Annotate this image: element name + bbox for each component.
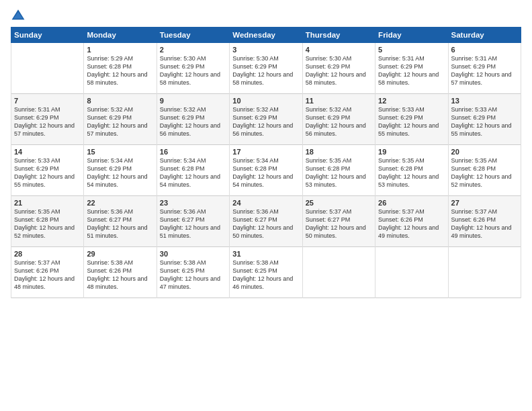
calendar-cell: 4Sunrise: 5:30 AMSunset: 6:29 PMDaylight… [302, 43, 375, 94]
calendar-cell: 13Sunrise: 5:33 AMSunset: 6:29 PMDayligh… [448, 94, 521, 145]
day-number: 18 [306, 148, 372, 156]
calendar-cell: 1Sunrise: 5:29 AMSunset: 6:28 PMDaylight… [84, 43, 157, 94]
calendar-cell: 31Sunrise: 5:38 AMSunset: 6:25 PMDayligh… [230, 247, 302, 298]
day-number: 15 [87, 148, 153, 156]
page: SundayMondayTuesdayWednesdayThursdayFrid… [0, 0, 532, 411]
cell-info: Sunrise: 5:31 AMSunset: 6:29 PMDaylight:… [451, 54, 518, 87]
day-number: 16 [160, 148, 226, 156]
day-number: 11 [306, 97, 372, 105]
day-number: 4 [306, 46, 372, 54]
cell-info: Sunrise: 5:36 AMSunset: 6:27 PMDaylight:… [160, 208, 226, 240]
day-number: 30 [160, 250, 226, 258]
calendar-cell: 8Sunrise: 5:32 AMSunset: 6:29 PMDaylight… [84, 94, 157, 145]
day-number: 22 [87, 199, 153, 207]
header-day-sunday: Sunday [11, 28, 84, 43]
cell-info: Sunrise: 5:36 AMSunset: 6:27 PMDaylight:… [232, 208, 299, 240]
day-number: 14 [14, 148, 81, 156]
calendar-cell: 23Sunrise: 5:36 AMSunset: 6:27 PMDayligh… [157, 196, 229, 247]
day-number: 19 [378, 148, 445, 156]
calendar-week-1: 1Sunrise: 5:29 AMSunset: 6:28 PMDaylight… [11, 43, 521, 94]
calendar-cell: 12Sunrise: 5:33 AMSunset: 6:29 PMDayligh… [375, 94, 448, 145]
calendar-cell: 22Sunrise: 5:36 AMSunset: 6:27 PMDayligh… [84, 196, 157, 247]
calendar-cell: 15Sunrise: 5:34 AMSunset: 6:29 PMDayligh… [84, 145, 157, 196]
cell-info: Sunrise: 5:38 AMSunset: 6:25 PMDaylight:… [232, 259, 299, 291]
calendar-cell [11, 43, 84, 94]
cell-info: Sunrise: 5:31 AMSunset: 6:29 PMDaylight:… [14, 105, 81, 138]
day-number: 24 [232, 199, 299, 207]
cell-info: Sunrise: 5:30 AMSunset: 6:29 PMDaylight:… [306, 54, 372, 87]
cell-info: Sunrise: 5:29 AMSunset: 6:28 PMDaylight:… [87, 54, 153, 87]
day-number: 20 [451, 148, 518, 156]
calendar-cell: 25Sunrise: 5:37 AMSunset: 6:27 PMDayligh… [302, 196, 375, 247]
header-day-thursday: Thursday [302, 28, 375, 43]
calendar-week-5: 28Sunrise: 5:37 AMSunset: 6:26 PMDayligh… [11, 247, 521, 298]
cell-info: Sunrise: 5:35 AMSunset: 6:28 PMDaylight:… [451, 156, 518, 189]
day-number: 7 [14, 97, 81, 105]
day-number: 3 [232, 46, 299, 54]
calendar-cell: 20Sunrise: 5:35 AMSunset: 6:28 PMDayligh… [448, 145, 521, 196]
calendar-cell: 24Sunrise: 5:36 AMSunset: 6:27 PMDayligh… [230, 196, 302, 247]
day-number: 17 [232, 148, 299, 156]
day-number: 12 [378, 97, 445, 105]
cell-info: Sunrise: 5:35 AMSunset: 6:28 PMDaylight:… [14, 208, 81, 240]
calendar-cell: 17Sunrise: 5:34 AMSunset: 6:28 PMDayligh… [230, 145, 302, 196]
cell-info: Sunrise: 5:34 AMSunset: 6:28 PMDaylight:… [232, 156, 299, 189]
cell-info: Sunrise: 5:32 AMSunset: 6:29 PMDaylight:… [232, 105, 299, 138]
calendar-cell: 16Sunrise: 5:34 AMSunset: 6:28 PMDayligh… [157, 145, 229, 196]
calendar-cell: 28Sunrise: 5:37 AMSunset: 6:26 PMDayligh… [11, 247, 84, 298]
cell-info: Sunrise: 5:37 AMSunset: 6:27 PMDaylight:… [306, 208, 372, 240]
cell-info: Sunrise: 5:34 AMSunset: 6:29 PMDaylight:… [87, 156, 153, 189]
calendar-cell: 7Sunrise: 5:31 AMSunset: 6:29 PMDaylight… [11, 94, 84, 145]
header-day-friday: Friday [375, 28, 448, 43]
calendar-cell [375, 247, 448, 298]
header-day-monday: Monday [84, 28, 157, 43]
cell-info: Sunrise: 5:33 AMSunset: 6:29 PMDaylight:… [378, 105, 445, 138]
cell-info: Sunrise: 5:35 AMSunset: 6:28 PMDaylight:… [378, 156, 445, 189]
day-number: 23 [160, 199, 226, 207]
header-day-saturday: Saturday [448, 28, 521, 43]
header-day-tuesday: Tuesday [157, 28, 229, 43]
calendar-cell: 2Sunrise: 5:30 AMSunset: 6:29 PMDaylight… [157, 43, 229, 94]
cell-info: Sunrise: 5:37 AMSunset: 6:26 PMDaylight:… [14, 259, 81, 291]
calendar-cell: 11Sunrise: 5:32 AMSunset: 6:29 PMDayligh… [302, 94, 375, 145]
calendar-cell: 26Sunrise: 5:37 AMSunset: 6:26 PMDayligh… [375, 196, 448, 247]
calendar-cell: 19Sunrise: 5:35 AMSunset: 6:28 PMDayligh… [375, 145, 448, 196]
day-number: 29 [87, 250, 153, 258]
calendar-week-3: 14Sunrise: 5:33 AMSunset: 6:29 PMDayligh… [11, 145, 521, 196]
day-number: 10 [232, 97, 299, 105]
cell-info: Sunrise: 5:32 AMSunset: 6:29 PMDaylight:… [306, 105, 372, 138]
cell-info: Sunrise: 5:30 AMSunset: 6:29 PMDaylight:… [160, 54, 226, 87]
calendar-cell: 14Sunrise: 5:33 AMSunset: 6:29 PMDayligh… [11, 145, 84, 196]
day-number: 13 [451, 97, 518, 105]
day-number: 27 [451, 199, 518, 207]
calendar-week-4: 21Sunrise: 5:35 AMSunset: 6:28 PMDayligh… [11, 196, 521, 247]
calendar-cell: 21Sunrise: 5:35 AMSunset: 6:28 PMDayligh… [11, 196, 84, 247]
cell-info: Sunrise: 5:37 AMSunset: 6:26 PMDaylight:… [378, 208, 445, 240]
logo-icon [11, 8, 26, 23]
calendar-cell: 5Sunrise: 5:31 AMSunset: 6:29 PMDaylight… [375, 43, 448, 94]
calendar-cell: 10Sunrise: 5:32 AMSunset: 6:29 PMDayligh… [230, 94, 302, 145]
calendar-cell: 18Sunrise: 5:35 AMSunset: 6:28 PMDayligh… [302, 145, 375, 196]
calendar-table: SundayMondayTuesdayWednesdayThursdayFrid… [11, 27, 521, 298]
calendar-cell [448, 247, 521, 298]
day-number: 9 [160, 97, 226, 105]
day-number: 1 [87, 46, 153, 54]
day-number: 21 [14, 199, 81, 207]
calendar-cell: 3Sunrise: 5:30 AMSunset: 6:29 PMDaylight… [230, 43, 302, 94]
calendar-cell [302, 247, 375, 298]
cell-info: Sunrise: 5:31 AMSunset: 6:29 PMDaylight:… [378, 54, 445, 87]
calendar-cell: 6Sunrise: 5:31 AMSunset: 6:29 PMDaylight… [448, 43, 521, 94]
day-number: 26 [378, 199, 445, 207]
day-number: 25 [306, 199, 372, 207]
cell-info: Sunrise: 5:37 AMSunset: 6:26 PMDaylight:… [451, 208, 518, 240]
calendar-cell: 27Sunrise: 5:37 AMSunset: 6:26 PMDayligh… [448, 196, 521, 247]
calendar-cell: 29Sunrise: 5:38 AMSunset: 6:26 PMDayligh… [84, 247, 157, 298]
day-number: 28 [14, 250, 81, 258]
cell-info: Sunrise: 5:38 AMSunset: 6:25 PMDaylight:… [160, 259, 226, 291]
day-number: 5 [378, 46, 445, 54]
header [11, 8, 521, 23]
cell-info: Sunrise: 5:33 AMSunset: 6:29 PMDaylight:… [451, 105, 518, 138]
day-number: 2 [160, 46, 226, 54]
day-number: 6 [451, 46, 518, 54]
calendar-cell: 30Sunrise: 5:38 AMSunset: 6:25 PMDayligh… [157, 247, 229, 298]
